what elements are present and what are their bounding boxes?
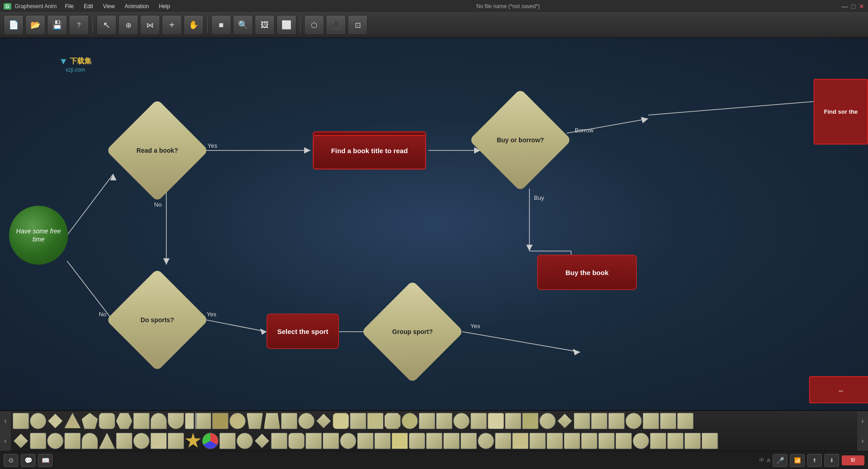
palette-r2-1[interactable] [13, 433, 28, 448]
palette-r2-15[interactable] [271, 433, 287, 449]
maximize-button[interactable]: □ [852, 3, 855, 10]
palette-r2-13[interactable] [237, 433, 253, 449]
wifi-btn[interactable]: 📶 [790, 454, 805, 467]
menu-help[interactable]: Help [154, 2, 175, 10]
view3d-button[interactable]: ⬡ [304, 15, 324, 35]
read-a-book-node[interactable]: Read a book? [121, 114, 194, 187]
palette-r2-32[interactable] [564, 433, 580, 449]
palette-shape33[interactable] [557, 413, 572, 428]
palette-r2-pie[interactable] [202, 433, 218, 449]
palette-r2-7[interactable] [116, 433, 132, 449]
help-button[interactable]: ? [69, 15, 89, 35]
book-btn[interactable]: 📖 [38, 454, 53, 467]
palette-r2-20[interactable] [357, 433, 373, 449]
add-button[interactable]: + [162, 15, 182, 35]
select-tool[interactable]: ↖ [97, 15, 116, 35]
palette-r2-9[interactable] [150, 433, 167, 449]
menu-view[interactable]: View [98, 2, 119, 10]
palette-shape32[interactable] [539, 413, 556, 429]
close-button[interactable]: ✕ [859, 3, 864, 10]
palette-r2-37[interactable] [650, 433, 666, 449]
palette-r2-10[interactable] [168, 433, 184, 449]
palette-r2-21[interactable] [374, 433, 391, 449]
palette-shape7[interactable] [116, 413, 132, 429]
present-button[interactable]: ⊡ [348, 15, 368, 35]
palette-shape12[interactable] [195, 413, 211, 429]
image-button[interactable]: 🖼 [255, 15, 275, 35]
partial-box-right[interactable]: ... [809, 376, 868, 403]
share-button[interactable]: ⊕ [118, 15, 138, 35]
palette-r2-40[interactable] [702, 433, 718, 449]
mic-btn[interactable]: 🎤 [773, 454, 787, 467]
palette-shape8[interactable] [133, 413, 150, 429]
buy-or-borrow-node[interactable]: Buy or borrow? [484, 104, 557, 176]
palette-shape30[interactable] [505, 413, 521, 429]
palette-tri[interactable] [64, 413, 81, 428]
palette-r2-17[interactable] [305, 433, 322, 449]
palette-shape39[interactable] [660, 413, 676, 429]
palette-r2-4[interactable] [64, 433, 81, 449]
palette-r2-31[interactable] [547, 433, 563, 449]
palette-shape6[interactable] [99, 413, 115, 429]
palette-next[interactable]: › [857, 411, 868, 431]
palette-r2-30[interactable] [529, 433, 546, 449]
have-free-time-node[interactable]: Have some free time [9, 206, 68, 265]
shape-button[interactable]: ■ [211, 15, 231, 35]
palette-shape28[interactable] [470, 413, 487, 429]
palette-shape14[interactable] [229, 413, 246, 429]
menu-edit[interactable]: Edit [79, 2, 98, 10]
palette-diamond[interactable] [48, 413, 63, 428]
palette-shape20[interactable] [333, 413, 349, 429]
palette-r2-24[interactable] [426, 433, 442, 449]
do-sports-node[interactable]: Do sports? [121, 284, 194, 356]
palette-r2-36[interactable] [633, 433, 649, 449]
palette-shape36[interactable] [608, 413, 625, 429]
open-button[interactable]: 📂 [25, 15, 45, 35]
palette-r2-5[interactable] [82, 433, 98, 449]
palette-shape34[interactable] [574, 413, 590, 429]
palette-shape9[interactable] [150, 413, 167, 429]
minimize-button[interactable]: — [842, 3, 848, 10]
find-book-title-node[interactable]: Find a book title to read [310, 119, 428, 182]
upload-btn[interactable]: ⬆ [807, 454, 822, 467]
palette-shape21[interactable] [350, 413, 366, 429]
palette-prev[interactable]: ‹ [0, 411, 11, 431]
find-sor-the-node[interactable]: Find sor the [814, 79, 868, 145]
connect-button[interactable]: ⋈ [140, 15, 160, 35]
palette-r2-35[interactable] [616, 433, 632, 449]
palette-shape35[interactable] [591, 413, 607, 429]
speech-btn[interactable]: 💬 [21, 454, 35, 467]
palette-shape29[interactable] [488, 413, 504, 429]
palette-next-2[interactable]: › [857, 431, 868, 451]
palette-circle[interactable] [30, 413, 46, 429]
zoom-button[interactable]: 🔍 [233, 15, 253, 35]
palette-shape24[interactable] [402, 413, 418, 429]
palette-r2-8[interactable] [133, 433, 150, 449]
menu-file[interactable]: File [60, 2, 78, 10]
palette-shape38[interactable] [643, 413, 659, 429]
palette-r2-star[interactable] [185, 433, 201, 449]
settings-btn[interactable]: ⚙ [4, 454, 18, 467]
save-button[interactable]: 💾 [47, 15, 67, 35]
palette-r2-6[interactable] [99, 433, 115, 449]
palette-r2-22[interactable] [392, 433, 408, 449]
palette-r2-26[interactable] [461, 433, 477, 449]
palette-shape40[interactable] [677, 413, 693, 429]
palette-r2-12[interactable] [219, 433, 236, 449]
frame-button[interactable]: ⬜ [276, 15, 296, 35]
palette-rect[interactable] [13, 413, 29, 429]
cube-button[interactable]: ⬛ [326, 15, 346, 35]
palette-r2-19[interactable] [340, 433, 356, 449]
pan-tool[interactable]: ✋ [184, 15, 204, 35]
palette-shape16[interactable] [264, 413, 280, 429]
palette-r2-27[interactable] [478, 433, 494, 449]
palette-prev-2[interactable]: ‹ [0, 431, 11, 451]
palette-r2-18[interactable] [323, 433, 339, 449]
palette-r2-14[interactable] [254, 433, 269, 448]
palette-r2-28[interactable] [495, 433, 511, 449]
palette-r2-2[interactable] [30, 433, 46, 449]
palette-shape25[interactable] [419, 413, 435, 429]
palette-shape13[interactable] [212, 413, 228, 429]
palette-shape22[interactable] [367, 413, 383, 429]
select-sport-node[interactable]: Select the sport [267, 314, 339, 349]
